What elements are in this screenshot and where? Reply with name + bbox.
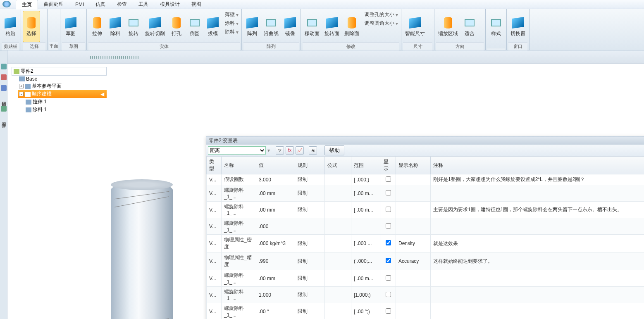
cell-show[interactable]: [381, 287, 396, 303]
mini-tool[interactable]: [41, 14, 45, 15]
cell-rule[interactable]: 限制: [295, 270, 325, 287]
cell-value[interactable]: .000 kg/m^3: [256, 235, 295, 252]
cell-rule[interactable]: 限制: [295, 174, 325, 185]
cell-comment[interactable]: 这样就始终能达到要求了。: [431, 252, 644, 270]
splitter-handle[interactable]: [90, 56, 140, 59]
mini-tool[interactable]: [41, 11, 45, 12]
cell-rule[interactable]: 限制: [295, 185, 325, 202]
cell-formula[interactable]: [325, 218, 351, 235]
cell-show[interactable]: [381, 218, 396, 235]
col-formula[interactable]: 公式: [325, 157, 351, 174]
table-row[interactable]: V...物理属性_精度.990限制( .000;...Accuracy这样就始终…: [207, 252, 644, 270]
col-value[interactable]: 值: [256, 157, 295, 174]
cell-showname[interactable]: Density: [396, 235, 431, 252]
filter-select[interactable]: 距离: [208, 146, 266, 155]
tool-icon[interactable]: [1, 64, 7, 69]
ribbon-镜像[interactable]: 镜像: [281, 11, 299, 42]
menu-tab-4[interactable]: 检查: [111, 0, 133, 9]
table-row[interactable]: V...螺旋除料_1_....00 mm限制[ .00 m...: [207, 270, 644, 287]
cell-comment[interactable]: [431, 185, 644, 202]
menu-tab-2[interactable]: PMI: [69, 0, 90, 9]
filter-icon[interactable]: ▽: [276, 146, 284, 155]
cell-rule[interactable]: 限制: [295, 303, 325, 319]
cell-value[interactable]: .000: [256, 218, 295, 235]
cell-name[interactable]: 螺旋除料_1_...: [222, 303, 256, 319]
ribbon-粘贴[interactable]: 粘贴: [2, 11, 19, 42]
ribbon-沿曲线[interactable]: 沿曲线: [262, 11, 281, 42]
ribbon-倒圆[interactable]: 倒圆: [186, 11, 203, 42]
cell-formula[interactable]: [325, 185, 351, 202]
ribbon-移动面[interactable]: 移动面: [303, 11, 322, 42]
tool-icon[interactable]: [1, 85, 7, 91]
cell-value[interactable]: .00 mm: [256, 185, 295, 202]
ribbon-智能尺寸[interactable]: 智能尺寸: [403, 11, 427, 42]
cell-name[interactable]: 物理属性_密度: [222, 235, 256, 252]
tree-item[interactable]: 除料 1: [25, 106, 107, 114]
table-row[interactable]: V...物理属性_密度.000 kg/m^3限制[ .000 ...Densit…: [207, 235, 644, 252]
cell-range[interactable]: [ .00 m...: [351, 202, 381, 218]
cell-showname[interactable]: [396, 185, 431, 202]
cell-comment[interactable]: [431, 303, 644, 319]
mini-tool[interactable]: [41, 12, 45, 13]
ribbon-删除面[interactable]: 删除面: [342, 11, 361, 42]
cell-rule[interactable]: 限制: [295, 252, 325, 270]
cell-value[interactable]: .990: [256, 252, 295, 270]
cell-name[interactable]: 螺旋除料_1_...: [222, 185, 256, 202]
cell-formula[interactable]: [325, 235, 351, 252]
mini-tool[interactable]: [49, 14, 54, 15]
table-row[interactable]: V...螺旋除料_1_....00 mm限制[ .00 m...主要是因为要求1…: [207, 202, 644, 218]
cell-rule[interactable]: [295, 218, 325, 235]
cell-showname[interactable]: [396, 303, 431, 319]
mini-tool[interactable]: [479, 11, 484, 12]
cell-range[interactable]: [ .00 °;): [351, 303, 381, 319]
cell-type[interactable]: V...: [207, 287, 222, 303]
show-checkbox[interactable]: [386, 240, 391, 245]
mini-tool[interactable]: [428, 12, 432, 13]
ribbon-旋转切削[interactable]: 旋转切削: [143, 11, 167, 42]
cell-showname[interactable]: Accuracy: [396, 252, 431, 270]
ribbon-草图[interactable]: 草图: [62, 11, 79, 42]
cell-range[interactable]: [1.000;): [351, 287, 381, 303]
cell-range[interactable]: [ .00 m...: [351, 270, 381, 287]
ribbon-选择[interactable]: 选择: [23, 11, 40, 42]
cell-name[interactable]: 物理属性_精度: [222, 252, 256, 270]
mini-tool[interactable]: [428, 11, 432, 12]
tree-item[interactable]: -顺序建模◀: [18, 90, 107, 98]
cell-name[interactable]: 假设圈数: [222, 174, 256, 185]
cell-formula[interactable]: [325, 202, 351, 218]
help-button[interactable]: 帮助: [324, 145, 344, 155]
cell-rule[interactable]: 限制: [295, 287, 325, 303]
cell-show[interactable]: [381, 270, 396, 287]
cell-rule[interactable]: 限制: [295, 202, 325, 218]
mini-tool[interactable]: [428, 14, 432, 15]
cell-range[interactable]: [ .000 ...: [351, 235, 381, 252]
menu-tab-5[interactable]: 工具: [133, 0, 154, 9]
cell-type[interactable]: V...: [207, 252, 222, 270]
app-icon[interactable]: [2, 1, 11, 7]
table-row[interactable]: V...螺旋除料_1_....00 mm限制[ .00 m...: [207, 185, 644, 202]
cell-comment[interactable]: 就是这效果: [431, 235, 644, 252]
cell-formula[interactable]: [325, 287, 351, 303]
cell-name[interactable]: 螺旋除料_1_...: [222, 218, 256, 235]
cell-type[interactable]: V...: [207, 218, 222, 235]
cell-formula[interactable]: [325, 174, 351, 185]
cell-showname[interactable]: [396, 202, 431, 218]
tool-icon[interactable]: [1, 74, 7, 80]
cell-comment[interactable]: [431, 218, 644, 235]
cell-showname[interactable]: [396, 287, 431, 303]
mini-tool[interactable]: [479, 14, 484, 15]
col-range[interactable]: 范围: [351, 157, 381, 174]
menu-tab-0[interactable]: 主页: [16, 0, 38, 10]
tree-item[interactable]: Base: [18, 76, 107, 82]
cell-value[interactable]: .00 mm: [256, 202, 295, 218]
print-icon[interactable]: 🖨: [309, 146, 317, 155]
tool-icon[interactable]: [1, 106, 7, 112]
cell-type[interactable]: V...: [207, 270, 222, 287]
cell-type[interactable]: V...: [207, 174, 222, 185]
cell-formula[interactable]: [325, 270, 351, 287]
table-row[interactable]: V...螺旋除料_1_....000: [207, 218, 644, 235]
cell-comment[interactable]: [431, 287, 644, 303]
menu-tab-6[interactable]: 模具设计: [154, 0, 186, 9]
cell-show[interactable]: [381, 174, 396, 185]
cell-rule[interactable]: 限制: [295, 235, 325, 252]
